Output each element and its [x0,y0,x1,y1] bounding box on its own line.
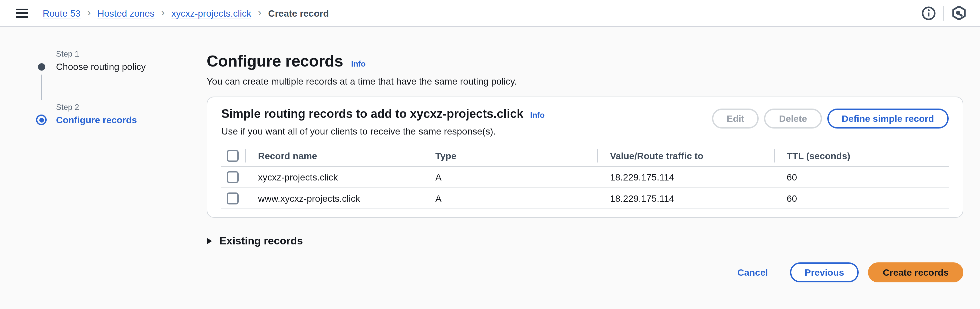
cell-type: A [423,171,597,182]
page-description: You can create multiple records at a tim… [207,76,963,87]
topbar: Route 53 › Hosted zones › xycxz-projects… [0,0,980,27]
cell-value: 18.229.175.114 [597,193,774,203]
info-icon[interactable] [921,6,936,20]
card-header: Simple routing records to add to xycxz-p… [221,107,949,136]
existing-records-label: Existing records [220,235,303,247]
app-root: Route 53 › Hosted zones › xycxz-projects… [0,0,980,309]
cell-type: A [423,193,597,203]
breadcrumb-current: Create record [268,8,329,18]
cell-ttl: 60 [774,171,949,182]
card-header-text: Simple routing records to add to xycxz-p… [221,107,545,136]
breadcrumb-link-route53[interactable]: Route 53 [43,8,81,18]
step-connector-line [41,74,42,100]
step-link-configure-records[interactable]: Configure records [56,114,172,125]
cell-value: 18.229.175.114 [597,171,774,182]
records-table: Record name Type Value/Route traffic to … [221,146,949,209]
row-checkbox[interactable] [227,192,239,204]
table-row: xycxz-projects.click A 18.229.175.114 60 [221,166,949,188]
wizard-step-2: Step 2 Configure records [35,103,172,125]
step-complete-bullet-icon [38,63,45,70]
main-content: Configure records Info You can create mu… [172,27,980,282]
card-title: Simple routing records to add to xycxz-p… [221,107,523,121]
page-body: Step 1 Choose routing policy Step 2 Conf… [0,27,980,282]
existing-records-expander[interactable]: Existing records [207,235,303,247]
card-actions: Edit Delete Define simple record [712,107,949,128]
page-title-info-link[interactable]: Info [351,59,366,68]
table-row: www.xycxz-projects.click A 18.229.175.11… [221,188,949,209]
page-title-row: Configure records Info [207,52,963,71]
delete-button[interactable]: Delete [764,109,822,128]
breadcrumb-separator-icon: › [161,7,165,17]
hamburger-menu-icon[interactable] [16,8,28,17]
simple-routing-records-card: Simple routing records to add to xycxz-p… [207,97,963,218]
column-header-record-name: Record name [245,146,423,166]
page-title: Configure records [207,52,343,71]
cell-record-name: xycxz-projects.click [245,171,423,182]
edit-button[interactable]: Edit [712,109,759,128]
column-header-value: Value/Route traffic to [597,146,774,166]
step-number: Step 2 [56,103,172,112]
step-link-choose-routing-policy[interactable]: Choose routing policy [56,61,172,72]
topbar-right [921,5,967,21]
cloudshell-icon[interactable] [951,5,967,21]
step-active-radio-icon [36,114,47,125]
column-header-ttl: TTL (seconds) [774,146,949,166]
cloudshell-icon [951,5,967,21]
cancel-button[interactable]: Cancel [737,267,768,278]
column-header-type: Type [423,146,597,166]
footer-actions: Cancel Previous Create records [207,262,963,282]
cell-ttl: 60 [774,193,949,203]
info-icon [921,6,936,20]
row-checkbox-cell [221,188,245,208]
define-simple-record-button[interactable]: Define simple record [827,109,949,128]
card-info-link[interactable]: Info [530,111,545,120]
card-description: Use if you want all of your clients to r… [221,126,545,136]
breadcrumb-link-hosted-zone-name[interactable]: xycxz-projects.click [171,8,251,18]
cell-record-name: www.xycxz-projects.click [245,193,423,203]
wizard-steps: Step 1 Choose routing policy Step 2 Conf… [0,27,172,125]
breadcrumb: Route 53 › Hosted zones › xycxz-projects… [43,8,921,18]
step-number: Step 1 [56,49,172,59]
caret-right-icon [207,238,212,244]
wizard-step-1: Step 1 Choose routing policy [35,49,172,72]
select-all-checkbox[interactable] [227,150,239,162]
row-checkbox[interactable] [227,171,239,183]
breadcrumb-separator-icon: › [88,7,91,17]
breadcrumb-link-hosted-zones[interactable]: Hosted zones [97,8,154,18]
table-header-checkbox-cell [221,146,245,166]
topbar-divider [943,6,944,20]
create-records-button[interactable]: Create records [868,262,963,282]
row-checkbox-cell [221,166,245,187]
previous-button[interactable]: Previous [790,262,859,282]
breadcrumb-separator-icon: › [258,7,262,17]
table-header-row: Record name Type Value/Route traffic to … [221,146,949,166]
